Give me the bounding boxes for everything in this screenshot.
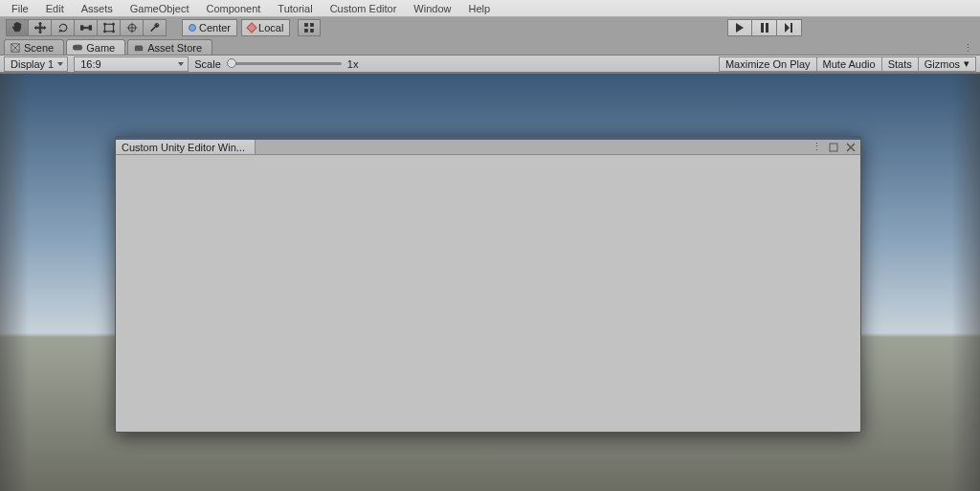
grid-icon: [303, 22, 315, 33]
game-viewport: Custom Unity Editor Win... ⋮: [0, 74, 980, 491]
svg-rect-11: [305, 30, 308, 33]
window-title: Custom Unity Editor Win...: [122, 142, 245, 153]
menu-window[interactable]: Window: [406, 1, 458, 16]
scene-icon: [11, 43, 20, 53]
menu-custom-editor[interactable]: Custom Editor: [323, 1, 405, 16]
svg-rect-17: [73, 44, 82, 50]
gizmos-label: Gizmos: [924, 58, 960, 70]
svg-rect-1: [80, 26, 83, 31]
scale-slider-knob[interactable]: [227, 58, 236, 68]
rotate-tool-button[interactable]: [52, 19, 75, 36]
aspect-dropdown[interactable]: 16:9: [74, 56, 189, 72]
maximize-icon: [829, 143, 838, 152]
svg-point-4: [103, 23, 105, 25]
menu-component[interactable]: Component: [198, 1, 268, 16]
mute-audio-button[interactable]: Mute Audio: [817, 56, 882, 72]
svg-rect-2: [89, 26, 92, 31]
menu-assets[interactable]: Assets: [74, 1, 121, 16]
window-controls: ⋮: [811, 140, 860, 155]
move-tool-button[interactable]: [29, 19, 52, 36]
toolbar-area: Center Local Scene Game Asset Store ⋮ Di…: [0, 17, 980, 74]
window-title-bar[interactable]: Custom Unity Editor Win... ⋮: [116, 140, 860, 155]
play-button[interactable]: [727, 19, 752, 36]
close-icon: [846, 143, 856, 152]
window-accent-bar: [116, 137, 860, 140]
svg-rect-13: [761, 23, 764, 33]
chevron-down-icon: ▾: [964, 57, 969, 70]
svg-rect-15: [791, 23, 792, 33]
rect-icon: [103, 22, 115, 33]
transform-tool-group: [6, 19, 167, 36]
gizmos-button[interactable]: Gizmos▾: [919, 56, 976, 72]
main-toolbar: Center Local: [0, 17, 980, 38]
scale-value: 1x: [347, 58, 359, 70]
snap-button[interactable]: [298, 19, 321, 36]
space-mode-button[interactable]: Local: [241, 19, 290, 36]
tab-options-button[interactable]: ⋮: [963, 42, 974, 55]
wrench-icon: [149, 22, 161, 33]
maximize-label: Maximize On Play: [725, 58, 811, 70]
menu-bar: File Edit Assets GameObject Component Tu…: [0, 0, 980, 17]
transform-tool-button[interactable]: [121, 19, 144, 36]
svg-rect-12: [311, 30, 314, 33]
window-body: [118, 156, 858, 430]
tab-asset-store[interactable]: Asset Store: [127, 39, 212, 55]
menu-edit[interactable]: Edit: [38, 1, 72, 16]
window-maximize-button[interactable]: [828, 142, 839, 153]
move-icon: [34, 22, 46, 33]
display-dropdown[interactable]: Display 1: [4, 56, 68, 72]
pivot-mode-label: Center: [199, 22, 231, 33]
scale-label: Scale: [194, 58, 221, 70]
aspect-label: 16:9: [80, 58, 100, 70]
pivot-mode-button[interactable]: Center: [182, 19, 237, 36]
display-label: Display 1: [11, 58, 54, 70]
window-close-button[interactable]: [845, 142, 857, 153]
svg-point-5: [112, 23, 114, 25]
stats-button[interactable]: Stats: [882, 56, 919, 72]
game-view-right-buttons: Maximize On Play Mute Audio Stats Gizmos…: [719, 56, 976, 72]
window-title-tab[interactable]: Custom Unity Editor Win...: [116, 140, 256, 155]
transform-icon: [126, 22, 138, 33]
pause-icon: [760, 23, 769, 33]
window-title-spacer: [256, 140, 811, 155]
svg-rect-18: [830, 144, 837, 151]
custom-tool-button[interactable]: [144, 19, 167, 36]
space-mode-label: Local: [258, 22, 283, 33]
tab-scene-label: Scene: [24, 42, 54, 54]
game-icon: [73, 43, 82, 53]
asset-store-icon: [134, 43, 144, 53]
menu-tutorial[interactable]: Tutorial: [270, 1, 320, 16]
step-button[interactable]: [777, 19, 802, 36]
game-view-toolbar: Display 1 16:9 Scale 1x Maximize On Play…: [0, 56, 980, 73]
svg-rect-14: [766, 23, 768, 33]
hand-tool-button[interactable]: [6, 19, 29, 36]
menu-gameobject[interactable]: GameObject: [122, 1, 197, 16]
maximize-on-play-button[interactable]: Maximize On Play: [719, 56, 817, 72]
play-icon: [735, 23, 745, 33]
tab-game[interactable]: Game: [66, 39, 125, 55]
rotate-icon: [57, 22, 69, 33]
scale-icon: [80, 22, 92, 33]
local-icon: [246, 22, 256, 33]
svg-point-7: [112, 31, 114, 33]
view-tab-bar: Scene Game Asset Store ⋮: [0, 38, 980, 56]
floating-editor-window[interactable]: Custom Unity Editor Win... ⋮: [115, 136, 861, 433]
tab-scene[interactable]: Scene: [4, 39, 64, 55]
tab-game-label: Game: [86, 42, 115, 54]
stats-label: Stats: [888, 58, 912, 70]
svg-rect-9: [305, 24, 308, 27]
svg-rect-10: [311, 24, 314, 27]
rect-tool-button[interactable]: [98, 19, 121, 36]
tab-asset-store-label: Asset Store: [147, 42, 202, 54]
play-controls: [727, 19, 802, 36]
mute-label: Mute Audio: [823, 58, 876, 70]
pause-button[interactable]: [752, 19, 777, 36]
scale-tool-button[interactable]: [75, 19, 98, 36]
menu-help[interactable]: Help: [460, 1, 498, 16]
svg-point-6: [103, 31, 105, 33]
hand-icon: [11, 22, 23, 33]
window-options-button[interactable]: ⋮: [811, 142, 822, 153]
step-icon: [785, 23, 794, 33]
menu-file[interactable]: File: [4, 1, 36, 16]
scale-slider[interactable]: [227, 62, 342, 65]
